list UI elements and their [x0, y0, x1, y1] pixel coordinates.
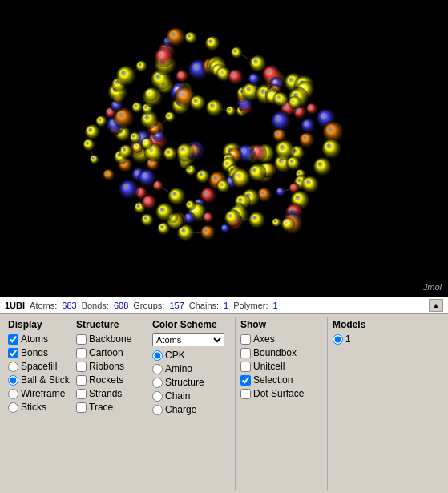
axes-label: Axes [253, 333, 275, 345]
rockets-checkbox[interactable] [76, 375, 87, 386]
backbone-label: Backbone [89, 333, 131, 345]
molecule-canvas [0, 0, 448, 297]
groups-label: Groups: [133, 301, 164, 310]
jmol-label: Jmol [423, 282, 442, 292]
cpk-label: CPK [165, 350, 185, 361]
show-dotsurface[interactable]: Dot Surface [240, 388, 322, 399]
display-sticks[interactable]: Sticks [8, 402, 66, 413]
collapse-button[interactable]: ▲ [429, 299, 443, 312]
display-panel: Display Atoms Bonds Spacefill Ball & Sti… [3, 317, 71, 490]
colorscheme-title: Color Scheme [152, 319, 230, 330]
structure-cartoon[interactable]: Cartoon [76, 347, 142, 358]
amino-radio[interactable] [152, 364, 163, 374]
polymer-label: Polymer: [233, 301, 268, 310]
models-title: Models [333, 319, 395, 330]
structure-rockets[interactable]: Rockets [76, 374, 142, 386]
chains-value: 1 [224, 301, 228, 310]
strands-checkbox[interactable] [76, 389, 87, 399]
atoms-value: 683 [62, 301, 76, 310]
spacefill-label: Spacefill [21, 361, 57, 372]
amino-label: Amino [165, 363, 192, 374]
colorscheme-select[interactable]: Atoms Structure Chain Charge CPK Amino [152, 333, 224, 346]
charge-radio[interactable] [152, 405, 163, 415]
display-atoms[interactable]: Atoms [8, 333, 66, 345]
sticks-radio[interactable] [8, 402, 18, 413]
axes-checkbox[interactable] [240, 334, 251, 345]
colorscheme-amino[interactable]: Amino [152, 363, 230, 374]
chain-label: Chain [165, 390, 190, 402]
colorscheme-structure[interactable]: Structure [152, 377, 230, 388]
charge-label: Charge [165, 404, 196, 415]
bonds-checkbox[interactable] [8, 348, 18, 358]
cartoon-checkbox[interactable] [76, 348, 87, 358]
chain-radio[interactable] [152, 391, 163, 402]
atoms-label: Atoms [21, 333, 48, 345]
display-wireframe[interactable]: Wireframe [8, 388, 66, 399]
structure-trace[interactable]: Trace [76, 402, 142, 413]
structure-radio[interactable] [152, 378, 163, 388]
structure-label: Structure [165, 377, 204, 388]
display-title: Display [8, 319, 66, 330]
cpk-radio[interactable] [152, 350, 163, 361]
structure-ribbons[interactable]: Ribbons [76, 361, 142, 372]
colorscheme-panel: Color Scheme Atoms Structure Chain Charg… [147, 317, 236, 490]
wireframe-label: Wireframe [21, 388, 65, 399]
show-axes[interactable]: Axes [240, 333, 322, 345]
model1-radio[interactable] [333, 334, 343, 345]
info-bar: 1UBI Atoms:683 Bonds:608 Groups:157 Chai… [0, 297, 448, 314]
display-bonds[interactable]: Bonds [8, 347, 66, 358]
atoms-checkbox[interactable] [8, 334, 18, 345]
show-title: Show [240, 319, 322, 330]
trace-checkbox[interactable] [76, 402, 87, 413]
strands-label: Strands [89, 388, 122, 399]
show-panel: Show Axes Boundbox Unitcell Selection Do… [236, 317, 328, 490]
boundbox-checkbox[interactable] [240, 348, 251, 358]
molecule-viewer[interactable]: Jmol [0, 0, 448, 297]
models-panel: Models 1 [328, 317, 400, 490]
ballstick-label: Ball & Stick [21, 374, 70, 386]
selection-label: Selection [253, 374, 293, 386]
bonds-label: Bonds: [82, 301, 109, 310]
unitcell-label: Unitcell [253, 361, 285, 372]
dotsurface-checkbox[interactable] [240, 389, 251, 399]
boundbox-label: Boundbox [253, 347, 297, 358]
sticks-label: Sticks [21, 402, 46, 413]
show-unitcell[interactable]: Unitcell [240, 361, 322, 372]
selection-checkbox[interactable] [240, 375, 251, 386]
dotsurface-label: Dot Surface [253, 388, 304, 399]
groups-value: 157 [169, 301, 184, 310]
display-ballstick[interactable]: Ball & Stick [8, 374, 66, 386]
model-1[interactable]: 1 [333, 333, 395, 345]
ballstick-radio[interactable] [8, 375, 18, 386]
chains-label: Chains: [189, 301, 219, 310]
ribbons-checkbox[interactable] [76, 362, 87, 372]
cartoon-label: Cartoon [89, 347, 123, 358]
unitcell-checkbox[interactable] [240, 362, 251, 372]
show-selection[interactable]: Selection [240, 374, 322, 386]
controls-panel: Display Atoms Bonds Spacefill Ball & Sti… [0, 314, 448, 493]
polymer-value: 1 [273, 301, 278, 310]
rockets-label: Rockets [89, 374, 123, 386]
colorscheme-cpk[interactable]: CPK [152, 350, 230, 361]
colorscheme-charge[interactable]: Charge [152, 404, 230, 415]
show-boundbox[interactable]: Boundbox [240, 347, 322, 358]
structure-backbone[interactable]: Backbone [76, 333, 142, 345]
spacefill-radio[interactable] [8, 362, 18, 372]
bonds-label: Bonds [21, 347, 48, 358]
display-spacefill[interactable]: Spacefill [8, 361, 66, 372]
trace-label: Trace [89, 402, 113, 413]
structure-title: Structure [76, 319, 142, 330]
bonds-value: 608 [114, 301, 128, 310]
wireframe-radio[interactable] [8, 389, 18, 399]
structure-panel: Structure Backbone Cartoon Ribbons Rocke… [71, 317, 147, 490]
structure-strands[interactable]: Strands [76, 388, 142, 399]
ribbons-label: Ribbons [89, 361, 124, 372]
model1-label: 1 [345, 333, 351, 345]
backbone-checkbox[interactable] [76, 334, 87, 345]
pdb-id: 1UBI [5, 301, 25, 310]
colorscheme-chain[interactable]: Chain [152, 390, 230, 402]
atoms-label: Atoms: [30, 301, 57, 310]
